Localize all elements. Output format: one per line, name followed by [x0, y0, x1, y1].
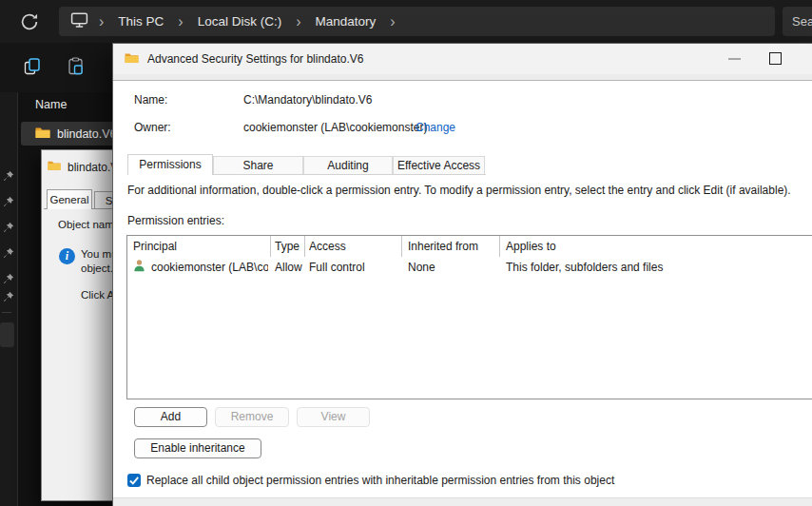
- dialog-titlebar[interactable]: Advanced Security Settings for blindato.…: [113, 44, 812, 74]
- navigation-selected-item[interactable]: [0, 322, 14, 347]
- table-row[interactable]: cookiemonster (LAB\cookiemo... Allow Ful…: [127, 257, 812, 280]
- info-icon: i: [59, 248, 75, 264]
- pin-icon[interactable]: [3, 168, 14, 180]
- search-text: Sea: [792, 14, 812, 29]
- permission-entries-table[interactable]: Principal Type Access Inherited from App…: [126, 235, 812, 399]
- folder-icon: [35, 126, 50, 142]
- search-input[interactable]: Sea: [783, 7, 812, 36]
- tab-effective-access[interactable]: Effective Access: [393, 156, 485, 175]
- permission-entries-label: Permission entries:: [127, 214, 224, 227]
- column-separator[interactable]: [499, 236, 500, 257]
- dialog-footer: [113, 497, 812, 506]
- breadcrumb-this-pc[interactable]: This PC: [118, 14, 164, 29]
- enable-inheritance-button[interactable]: Enable inheritance: [134, 438, 261, 458]
- info-text: object.: [81, 263, 113, 274]
- owner-value: cookiemonster (LAB\cookiemonster): [243, 121, 427, 134]
- file-name-label: blindato.V6: [57, 127, 117, 141]
- chevron-right-icon: ›: [390, 14, 395, 29]
- replace-child-permissions-label[interactable]: Replace all child object permission entr…: [146, 474, 614, 487]
- object-name-label: Object name: [58, 219, 115, 230]
- view-button[interactable]: View: [297, 407, 370, 427]
- inherited-from-value: None: [408, 261, 435, 274]
- remove-button[interactable]: Remove: [215, 407, 289, 427]
- info-text: Click Ad: [81, 289, 115, 301]
- tab-general[interactable]: General: [47, 189, 92, 209]
- column-header-name[interactable]: Name: [35, 98, 67, 111]
- column-separator[interactable]: [270, 236, 271, 257]
- column-separator[interactable]: [304, 236, 305, 257]
- applies-to-value: This folder, subfolders and files: [506, 261, 663, 274]
- principal-cell: cookiemonster (LAB\cookiemo...: [133, 259, 268, 275]
- column-header-inherited-from[interactable]: Inherited from: [408, 240, 478, 253]
- explorer-navigation-bar: › This PC › Local Disk (C:) › Mandatory …: [0, 0, 812, 43]
- folder-properties-dialog: blindato.V General Sha Object name i You…: [41, 149, 115, 501]
- breadcrumb-mandatory[interactable]: Mandatory: [316, 14, 377, 29]
- pin-icon[interactable]: [3, 194, 14, 205]
- advanced-security-settings-dialog: Advanced Security Settings for blindato.…: [112, 43, 812, 506]
- titlebar-divider: [113, 74, 812, 81]
- screen: › This PC › Local Disk (C:) › Mandatory …: [0, 0, 812, 506]
- pin-icon[interactable]: [3, 220, 14, 231]
- type-value: Allow: [275, 261, 302, 274]
- pin-icon[interactable]: [3, 271, 14, 282]
- refresh-icon[interactable]: [19, 11, 40, 32]
- tab-share[interactable]: Share: [213, 156, 303, 175]
- dialog-title: Advanced Security Settings for blindato.…: [147, 52, 363, 66]
- access-value: Full control: [309, 261, 365, 274]
- tab-permissions[interactable]: Permissions: [127, 154, 213, 175]
- info-text: You mus: [81, 248, 115, 260]
- owner-label: Owner:: [134, 121, 171, 134]
- breadcrumb[interactable]: › This PC › Local Disk (C:) › Mandatory …: [59, 7, 775, 36]
- folder-icon: [125, 52, 139, 67]
- chevron-right-icon: ›: [99, 14, 104, 29]
- column-header-applies-to[interactable]: Applies to: [506, 240, 556, 253]
- table-header-row: Principal Type Access Inherited from App…: [127, 236, 812, 257]
- properties-dialog-title: blindato.V: [68, 161, 115, 174]
- tab-auditing[interactable]: Auditing: [303, 156, 393, 175]
- principal-value: cookiemonster (LAB\cookiemo...: [151, 261, 268, 274]
- this-pc-icon: [70, 11, 88, 32]
- properties-dialog-titlebar: blindato.V: [48, 160, 115, 174]
- name-value: C:\Mandatory\blindato.V6: [243, 93, 372, 107]
- pin-icon[interactable]: [3, 245, 14, 257]
- column-header-type[interactable]: Type: [275, 240, 300, 253]
- column-header-principal[interactable]: Principal: [133, 240, 177, 253]
- user-icon: [133, 259, 145, 275]
- dialog-content: Name: C:\Mandatory\blindato.V6 Owner: co…: [113, 81, 812, 506]
- replace-child-permissions-checkbox[interactable]: [127, 474, 141, 487]
- breadcrumb-local-disk-c[interactable]: Local Disk (C:): [198, 14, 282, 29]
- permissions-description: For additional information, double-click…: [127, 184, 812, 197]
- change-owner-link[interactable]: Change: [416, 121, 455, 134]
- navigation-pane: [0, 92, 18, 506]
- chevron-right-icon: ›: [178, 14, 183, 29]
- chevron-right-icon: ›: [296, 14, 300, 29]
- folder-icon: [48, 160, 61, 174]
- name-label: Name:: [134, 93, 167, 107]
- add-button[interactable]: Add: [134, 407, 207, 427]
- copy-icon[interactable]: [23, 57, 42, 76]
- paste-icon[interactable]: [67, 57, 86, 76]
- column-header-access[interactable]: Access: [309, 240, 346, 253]
- divider: [2, 312, 11, 313]
- pin-icon[interactable]: [3, 289, 14, 301]
- minimize-icon[interactable]: [728, 58, 741, 60]
- column-separator[interactable]: [401, 236, 402, 257]
- maximize-icon[interactable]: [769, 52, 782, 65]
